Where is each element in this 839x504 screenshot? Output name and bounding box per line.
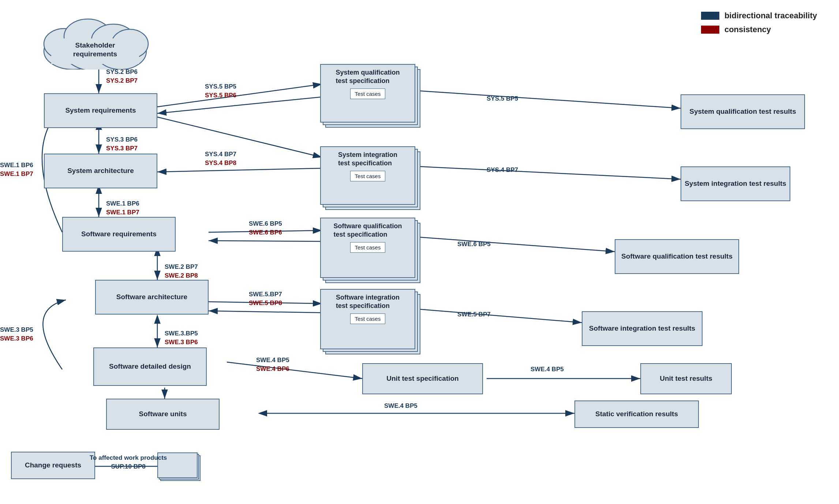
sys-qual-spec-title: System qualificationtest specification	[336, 68, 400, 86]
system-architecture-label: System architecture	[67, 166, 134, 176]
svg-line-14	[209, 311, 322, 313]
test-cases-box-sys-int: Test cases	[350, 171, 386, 182]
diagram-container: bidirectional traceability consistency	[0, 0, 839, 504]
legend-color-blue	[701, 12, 719, 20]
svg-line-10	[157, 168, 322, 172]
test-cases-label-sw-qual: Test cases	[355, 244, 381, 251]
software-requirements-node: Software requirements	[62, 217, 176, 252]
svg-line-17	[417, 237, 615, 252]
system-requirements-label: System requirements	[65, 106, 136, 115]
label-sys5bp5-2: SYS.5 BP5	[487, 95, 518, 102]
label-sys4bp7: SYS.4 BP7 SYS.4 BP8	[205, 150, 236, 168]
software-requirements-label: Software requirements	[81, 230, 157, 239]
label-swe6bp5: SWE.6 BP5 SWE.6 BP6	[249, 219, 282, 237]
change-requests-node: Change requests	[11, 452, 95, 479]
change-requests-label: Change requests	[25, 461, 81, 470]
label-swe5bp7: SWE.5.BP7 SWE.5 BP8	[249, 290, 282, 308]
sw-int-results-node: Software integration test results	[582, 311, 703, 346]
sw-qual-results-label: Software qualification test results	[621, 252, 733, 261]
sw-int-results-label: Software integration test results	[589, 324, 695, 333]
software-dd-label: Software detailed design	[109, 362, 191, 371]
sw-qual-test-spec-node: Software qualificationtest specification…	[320, 218, 415, 278]
label-swe4bp5: SWE.4 BP5 SWE.4 BP6	[256, 356, 289, 373]
svg-line-8	[157, 97, 322, 113]
label-swe6bp5-2: SWE.6 BP5	[457, 241, 491, 248]
test-cases-box-sw-qual: Test cases	[350, 242, 386, 253]
static-verif-label: Static verification results	[595, 410, 678, 419]
legend-label-traceability: bidirectional traceability	[724, 11, 817, 20]
software-dd-node: Software detailed design	[93, 347, 207, 386]
label-swe4bp5-2: SWE.4 BP5	[531, 366, 564, 373]
unit-test-spec-label: Unit test specification	[386, 374, 458, 383]
legend-item-traceability: bidirectional traceability	[701, 11, 817, 20]
stakeholder-requirements-node: Stakeholder requirements	[37, 11, 154, 69]
svg-line-19	[227, 362, 362, 379]
label-swe1bp6-top: SWE.1 BP6 SWE.1 BP7	[106, 199, 139, 217]
system-architecture-node: System architecture	[44, 154, 157, 188]
sw-int-spec-title: Software integrationtest specification	[336, 293, 400, 311]
svg-text:requirements: requirements	[73, 50, 117, 58]
sw-qual-spec-title: Software qualificationtest specification	[333, 222, 402, 239]
software-architecture-label: Software architecture	[116, 293, 187, 302]
sw-qual-results-node: Software qualification test results	[615, 239, 739, 274]
unit-test-spec-node: Unit test specification	[362, 363, 483, 394]
legend: bidirectional traceability consistency	[701, 11, 817, 34]
label-sys2bp6: SYS.2 BP6 SYS.2 BP7	[106, 68, 138, 85]
svg-line-12	[209, 241, 322, 241]
svg-text:Stakeholder: Stakeholder	[75, 41, 115, 49]
sw-int-test-spec-node: Software integrationtest specification T…	[320, 289, 415, 349]
svg-line-15	[417, 91, 681, 108]
test-cases-label-sys-int: Test cases	[355, 173, 381, 179]
label-swe3bp5-top: SWE.3.BP5 SWE.3 BP6	[165, 329, 198, 347]
unit-test-results-label: Unit test results	[660, 374, 712, 383]
label-swe1bp6-left: SWE.1 BP6 SWE.1 BP7	[0, 161, 33, 178]
label-swe4bp5-3: SWE.4 BP5	[384, 402, 417, 410]
stack-front: Software qualificationtest specification…	[320, 218, 415, 278]
svg-line-18	[417, 309, 582, 323]
system-requirements-node: System requirements	[44, 93, 157, 128]
test-cases-label-sys-qual: Test cases	[355, 91, 381, 97]
cloud-svg: Stakeholder requirements	[37, 11, 154, 69]
sys-int-results-label: System integration test results	[685, 179, 786, 188]
sys-qual-results-label: System qualification test results	[689, 107, 796, 116]
software-architecture-node: Software architecture	[95, 280, 209, 315]
svg-line-9	[157, 117, 322, 157]
label-swe3bp5-left: SWE.3 BP5 SWE.3 BP6	[0, 326, 33, 343]
label-to-affected: To affected work products SUP.10 BP8	[90, 454, 167, 471]
stack-front: System qualificationtest specification T…	[320, 64, 415, 123]
label-swe2bp7: SWE.2 BP7 SWE.2 BP8	[165, 263, 198, 280]
legend-item-consistency: consistency	[701, 25, 817, 34]
legend-label-consistency: consistency	[724, 25, 771, 34]
unit-test-results-node: Unit test results	[640, 363, 732, 394]
sys-qual-test-spec-node: System qualificationtest specification T…	[320, 64, 415, 123]
sys-int-results-node: System integration test results	[681, 166, 790, 201]
label-sys5bp5: SYS.5 BP5 SYS.5 BP6	[205, 82, 236, 100]
test-cases-label-sw-int: Test cases	[355, 316, 381, 322]
sys-qual-results-node: System qualification test results	[681, 94, 805, 129]
static-verif-node: Static verification results	[574, 400, 699, 428]
label-sys4bp7-2: SYS.4 BP7	[487, 166, 518, 174]
legend-color-red	[701, 26, 719, 34]
test-cases-box-sw-int: Test cases	[350, 313, 386, 324]
sys-int-test-spec-node: System integrationtest specification Tes…	[320, 146, 415, 205]
svg-line-16	[417, 166, 681, 179]
stack-front: System integrationtest specification Tes…	[320, 146, 415, 205]
test-cases-box-sys-qual: Test cases	[350, 89, 386, 99]
label-swe5bp7-2: SWE.5 BP7	[457, 311, 491, 318]
label-sys3bp6: SYS.3 BP6 SYS.3 BP7	[106, 135, 138, 153]
software-units-label: Software units	[139, 410, 187, 419]
svg-line-7	[157, 84, 322, 107]
software-units-node: Software units	[106, 399, 220, 430]
stack-front: Software integrationtest specification T…	[320, 289, 415, 349]
sys-int-spec-title: System integrationtest specification	[338, 151, 397, 168]
